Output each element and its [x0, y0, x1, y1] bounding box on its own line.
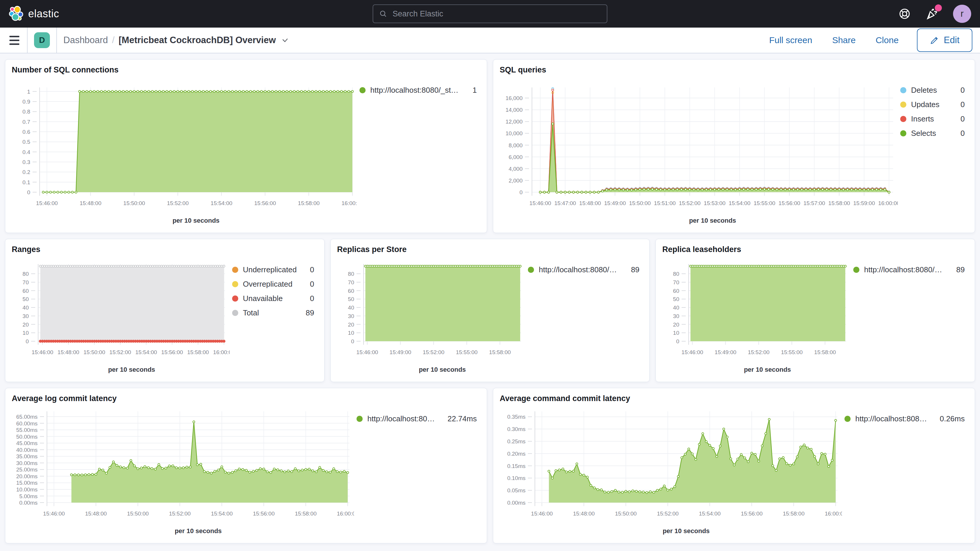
svg-text:15:55:00: 15:55:00	[754, 200, 775, 206]
svg-text:15:50:00: 15:50:00	[615, 511, 637, 517]
svg-text:0.3: 0.3	[22, 159, 30, 165]
svg-text:10: 10	[348, 330, 354, 336]
svg-text:15:49:00: 15:49:00	[389, 349, 411, 355]
legend-item[interactable]: Inserts0	[900, 115, 965, 124]
legend-item[interactable]: http://localhost:8080/_sta...89	[528, 265, 640, 274]
panel-title[interactable]: Average command commit latency	[500, 394, 968, 403]
svg-text:15:46:00: 15:46:00	[32, 349, 53, 355]
legend-label: Deletes	[911, 86, 937, 95]
legend-value: 0	[305, 294, 314, 303]
svg-text:per 10 seconds: per 10 seconds	[172, 217, 220, 224]
svg-text:10,000: 10,000	[506, 130, 523, 137]
svg-text:0: 0	[519, 189, 523, 196]
legend-number-of-sql-connections: http://localhost:8080/_stat...1	[357, 76, 480, 229]
space-initial: D	[39, 35, 45, 45]
chart-average-log-commit-latency: 15:46:0015:48:0015:50:0015:52:0015:54:00…	[12, 404, 354, 540]
title-chevron-button[interactable]	[280, 36, 289, 45]
panel-title[interactable]: Number of SQL connections	[12, 65, 480, 75]
svg-text:80: 80	[22, 271, 29, 277]
breadcrumb-bar: D Dashboard / [Metricbeat CockroachDB] O…	[0, 27, 980, 53]
legend-value: 0	[955, 86, 965, 95]
svg-text:40: 40	[22, 304, 29, 311]
svg-text:80: 80	[348, 271, 354, 277]
svg-text:per 10 seconds: per 10 seconds	[689, 217, 736, 224]
svg-text:0.15ms: 0.15ms	[508, 463, 525, 469]
svg-text:15:56:00: 15:56:00	[161, 349, 183, 355]
news-button[interactable]	[926, 7, 938, 20]
legend-swatch	[900, 116, 906, 122]
elastic-logo[interactable]: elastic	[9, 6, 59, 22]
legend-value: 0	[305, 280, 314, 289]
page-title: [Metricbeat CockroachDB] Overview	[119, 35, 276, 46]
global-search[interactable]	[372, 5, 608, 23]
legend-item[interactable]: Unavailable0	[232, 294, 314, 303]
legend-swatch	[360, 87, 366, 93]
svg-text:15:51:00: 15:51:00	[654, 200, 676, 206]
svg-text:10: 10	[673, 330, 679, 336]
legend-item[interactable]: http://localhost:8080...0.26ms	[845, 414, 965, 424]
svg-text:15:58:00: 15:58:00	[298, 200, 320, 206]
legend-item[interactable]: Updates0	[900, 100, 965, 109]
legend-value: 1	[468, 86, 477, 95]
share-button[interactable]: Share	[830, 35, 858, 46]
breadcrumb-dashboard-link[interactable]: Dashboard	[64, 35, 108, 46]
legend-replicas-per-store: http://localhost:8080/_sta...89	[525, 255, 643, 378]
panel-title[interactable]: Replicas per Store	[337, 245, 643, 254]
search-input[interactable]	[392, 9, 601, 19]
legend-item[interactable]: Selects0	[900, 129, 965, 138]
user-avatar[interactable]: r	[953, 5, 971, 23]
svg-text:15:50:00: 15:50:00	[84, 349, 105, 355]
legend-item[interactable]: Total89	[232, 308, 314, 317]
legend-swatch	[232, 295, 238, 302]
legend-swatch	[900, 130, 906, 137]
svg-text:0.00ms: 0.00ms	[19, 500, 38, 506]
svg-text:30.00ms: 30.00ms	[16, 460, 38, 466]
svg-text:15:50:00: 15:50:00	[629, 200, 651, 206]
svg-text:12,000: 12,000	[506, 118, 523, 125]
legend-label: http://localhost:8080/_sta...	[539, 265, 621, 274]
divider	[56, 27, 57, 53]
svg-text:15:50:00: 15:50:00	[127, 511, 149, 517]
svg-text:65.00ms: 65.00ms	[16, 414, 38, 420]
legend-item[interactable]: http://localhost:8080/_stat...1	[360, 86, 477, 95]
full-screen-button[interactable]: Full screen	[767, 35, 814, 46]
svg-text:50.00ms: 50.00ms	[16, 434, 38, 440]
legend-item[interactable]: http://localhost:8080/_sta...89	[853, 265, 965, 274]
svg-text:0.20ms: 0.20ms	[508, 451, 525, 457]
panel-title[interactable]: SQL queries	[500, 65, 968, 75]
legend-label: http://localhost:8080...	[855, 414, 930, 424]
legend-item[interactable]: Overreplicated0	[232, 280, 314, 289]
legend-label: http://localhost:8080/_sta...	[864, 265, 946, 274]
search-icon	[379, 10, 387, 18]
svg-text:0.4: 0.4	[22, 149, 30, 155]
panel-title[interactable]: Average log commit latency	[12, 394, 480, 403]
svg-text:0.7: 0.7	[22, 119, 30, 125]
legend-item[interactable]: http://localhost:808...22.74ms	[356, 414, 477, 424]
svg-text:20: 20	[348, 322, 354, 328]
svg-text:15:54:00: 15:54:00	[211, 200, 232, 206]
clone-button[interactable]: Clone	[874, 35, 900, 46]
edit-button-label: Edit	[944, 35, 959, 46]
help-button[interactable]	[899, 8, 911, 20]
legend-value: 0.26ms	[934, 414, 965, 424]
legend-value: 22.74ms	[442, 414, 477, 424]
svg-text:15:57:00: 15:57:00	[803, 200, 825, 206]
legend-value: 0	[955, 100, 965, 109]
space-switcher[interactable]: D	[34, 32, 50, 48]
svg-text:per 10 seconds: per 10 seconds	[175, 527, 221, 535]
legend-item[interactable]: Deletes0	[900, 86, 965, 95]
svg-text:0.35ms: 0.35ms	[508, 414, 525, 420]
legend-value: 89	[625, 265, 640, 274]
svg-text:60: 60	[348, 288, 354, 294]
svg-text:15:48:00: 15:48:00	[80, 200, 102, 206]
edit-button[interactable]: Edit	[917, 29, 972, 52]
svg-text:45.00ms: 45.00ms	[16, 440, 38, 446]
legend-item[interactable]: Underreplicated0	[232, 265, 314, 274]
legend-value: 89	[301, 308, 314, 317]
panel-title[interactable]: Ranges	[12, 245, 318, 254]
panel-title[interactable]: Replica leaseholders	[662, 245, 968, 254]
menu-button[interactable]	[8, 36, 27, 45]
legend-label: http://localhost:808...	[368, 414, 438, 424]
help-icon	[899, 8, 911, 20]
legend-label: http://localhost:8080/_stat...	[370, 86, 463, 95]
